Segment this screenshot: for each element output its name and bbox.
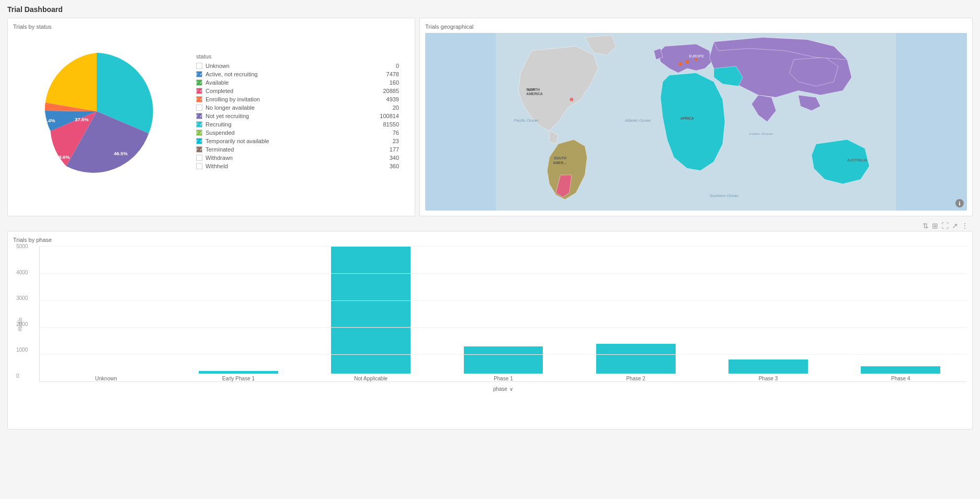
legend-value: 100814 <box>373 113 399 119</box>
top-row: Trials by status <box>7 18 973 216</box>
legend-title: status <box>196 53 399 60</box>
legend-checkbox[interactable] <box>196 105 202 111</box>
svg-text:AFRICA: AFRICA <box>680 117 694 120</box>
x-axis-chevron[interactable]: ∨ <box>509 386 513 392</box>
legend-item: No longer available20 <box>196 105 399 111</box>
bar-rect[interactable] <box>861 366 940 374</box>
legend-label-text: Active, not recruiting <box>206 71 370 77</box>
svg-text:AMERICA: AMERICA <box>526 92 543 96</box>
legend-checkbox[interactable]: ✓ <box>196 79 202 86</box>
svg-text:EUROPE: EUROPE <box>689 54 704 58</box>
legend-label-text: Recruiting <box>206 121 370 127</box>
legend-item: Unknown0 <box>196 63 399 69</box>
legend-label-text: Available <box>206 79 370 86</box>
legend-item: ✓Recruiting81550 <box>196 121 399 127</box>
map-container: Pacific Ocean Atlantic Ocean Indian Ocea… <box>425 33 967 211</box>
expand-icon[interactable]: ⛶ <box>941 222 949 230</box>
svg-text:SOUTH: SOUTH <box>554 156 566 160</box>
bar-rect[interactable] <box>464 346 543 374</box>
legend-item: Withheld360 <box>196 163 399 169</box>
svg-text:3.4%: 3.4% <box>44 118 55 123</box>
legend-value: 160 <box>373 79 399 86</box>
bar-label: Not Applicable <box>354 376 388 381</box>
legend-value: 177 <box>373 146 399 153</box>
svg-point-20 <box>570 98 574 101</box>
legend-value: 360 <box>373 163 399 169</box>
legend-checkbox[interactable]: ✓ <box>196 146 202 153</box>
bar-group: Phase 3 <box>702 246 834 381</box>
svg-text:Southern Ocean: Southern Ocean <box>710 193 739 198</box>
dashboard-page: Trial Dashboard Trials by status <box>0 0 980 435</box>
bar-panel-title: Trials by phase <box>13 237 967 243</box>
legend-label-text: No longer available <box>206 105 370 111</box>
legend-item: ✓Suspended76 <box>196 130 399 136</box>
bar-rect[interactable] <box>728 359 808 374</box>
svg-point-19 <box>679 62 682 66</box>
svg-text:AMER...: AMER... <box>553 161 566 165</box>
legend-checkbox[interactable]: ✓ <box>196 96 202 102</box>
legend-checkbox[interactable]: ✓ <box>196 130 202 136</box>
legend-checkbox[interactable]: ✓ <box>196 113 202 119</box>
bar-rect[interactable] <box>596 344 676 374</box>
svg-text:Atlantic Ocean: Atlantic Ocean <box>624 118 651 123</box>
legend-checkbox[interactable]: ✓ <box>196 138 202 144</box>
legend-item: ✓Temporarily not available23 <box>196 138 399 144</box>
bar-label: Phase 4 <box>891 376 910 381</box>
legend-value: 76 <box>373 130 399 136</box>
map-panel: Trials geographical <box>419 18 973 216</box>
legend-checkbox[interactable] <box>196 163 202 169</box>
svg-point-18 <box>694 58 697 61</box>
legend-checkbox[interactable]: ✓ <box>196 88 202 94</box>
bar-rect[interactable] <box>199 371 278 374</box>
grid-icon[interactable]: ⊞ <box>932 222 938 230</box>
map-panel-title: Trials geographical <box>425 24 967 30</box>
bar-group: Unknown <box>40 246 172 381</box>
legend-item: ✓Terminated177 <box>196 146 399 153</box>
legend-label-text: Completed <box>206 88 370 94</box>
legend-value: 20 <box>373 105 399 111</box>
legend-value: 20885 <box>373 88 399 94</box>
legend-value: 81550 <box>373 121 399 127</box>
legend-label-text: Terminated <box>206 146 370 153</box>
bar-panel: Trials by phase #trials 5000 4000 3000 2… <box>7 231 973 430</box>
legend-item: ✓Completed20885 <box>196 88 399 94</box>
x-axis-label: phase ∨ <box>39 386 967 392</box>
bar-group: Phase 4 <box>835 246 967 381</box>
svg-text:North: North <box>526 88 535 91</box>
svg-text:AUSTRALIA: AUSTRALIA <box>847 159 867 163</box>
pie-content: 37.6% 46.5% 9.6% 3.4% status Unknown0✓Ac… <box>13 33 409 191</box>
pie-panel: Trials by status <box>7 18 415 216</box>
pie-panel-title: Trials by status <box>13 24 409 30</box>
bar-label: Phase 2 <box>626 376 645 381</box>
bar-group: Early Phase 1 <box>172 246 304 381</box>
legend-value: 0 <box>373 63 399 69</box>
bar-label: Phase 3 <box>759 376 778 381</box>
legend-checkbox[interactable]: ✓ <box>196 71 202 77</box>
legend-items: Unknown0✓Active, not recruiting7478✓Avai… <box>196 63 399 169</box>
bottom-toolbar: ⇅ ⊞ ⛶ ↗ ⋮ <box>7 221 973 231</box>
legend-label-text: Suspended <box>206 130 370 136</box>
svg-text:9.6%: 9.6% <box>59 155 70 160</box>
legend-checkbox[interactable]: ✓ <box>196 121 202 127</box>
bar-group: Phase 2 <box>569 246 702 381</box>
more-icon[interactable]: ⋮ <box>961 222 968 230</box>
svg-text:Pacific Ocean: Pacific Ocean <box>514 118 539 123</box>
legend-label-text: Withheld <box>206 163 370 169</box>
svg-text:Indian Ocean: Indian Ocean <box>749 131 773 136</box>
legend-label-text: Not yet recruiting <box>206 113 370 119</box>
bar-group: Not Applicable <box>305 246 437 381</box>
legend-checkbox[interactable] <box>196 155 202 161</box>
svg-text:46.5%: 46.5% <box>114 151 128 156</box>
legend-checkbox[interactable] <box>196 63 202 69</box>
legend-value: 340 <box>373 155 399 161</box>
legend-value: 7478 <box>373 71 399 77</box>
legend-item: Withdrawn340 <box>196 155 399 161</box>
fullscreen-icon[interactable]: ↗ <box>952 222 958 230</box>
legend-label-text: Temporarily not available <box>206 138 370 144</box>
svg-text:37.6%: 37.6% <box>75 117 89 122</box>
legend-label-text: Unknown <box>206 63 370 69</box>
legend-value: 23 <box>373 138 399 144</box>
sort-icon[interactable]: ⇅ <box>922 222 929 230</box>
map-info-button[interactable]: ℹ <box>955 199 964 207</box>
legend-label-text: Withdrawn <box>206 155 370 161</box>
